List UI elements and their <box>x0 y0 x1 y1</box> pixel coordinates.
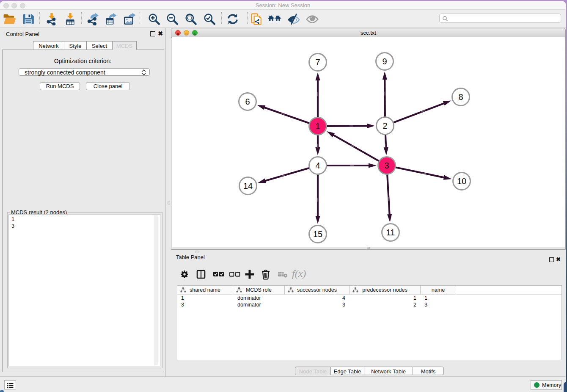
svg-text:4: 4 <box>315 161 320 170</box>
svg-text:6: 6 <box>245 97 250 106</box>
svg-text:1: 1 <box>315 121 320 131</box>
svg-text:14: 14 <box>243 181 253 190</box>
svg-text:8: 8 <box>458 92 463 102</box>
svg-text:15: 15 <box>313 229 322 239</box>
svg-text:9: 9 <box>382 57 387 66</box>
svg-text:2: 2 <box>383 121 387 130</box>
svg-text:3: 3 <box>384 161 389 170</box>
svg-text:10: 10 <box>457 177 466 186</box>
svg-text:11: 11 <box>386 228 395 237</box>
svg-text:7: 7 <box>315 58 320 67</box>
